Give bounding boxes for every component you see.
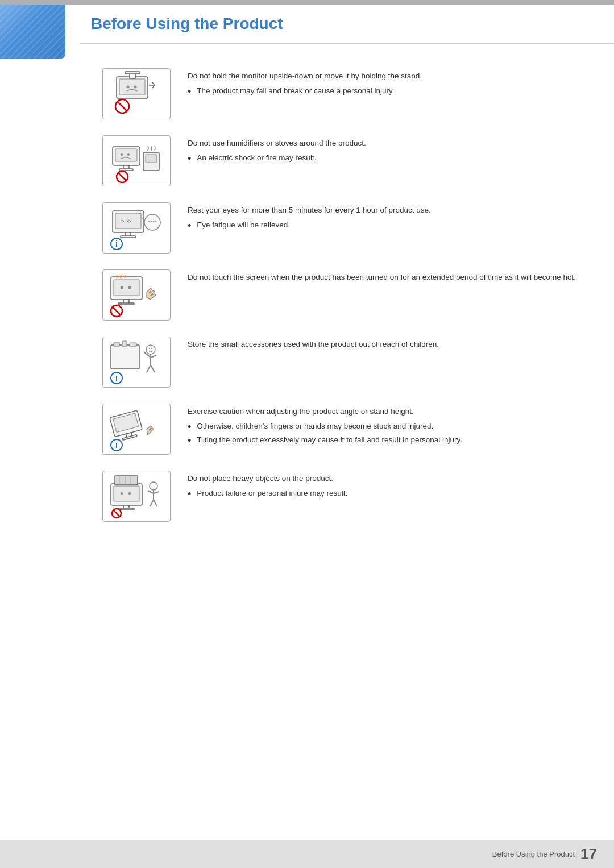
svg-rect-21: [121, 236, 136, 238]
bullet-upside-down-1: • The product may fall and break or caus…: [188, 85, 586, 97]
svg-line-36: [113, 307, 121, 315]
icon-upside-down: [102, 68, 171, 119]
text-hot-screen: Do not touch the screen when the product…: [188, 269, 586, 286]
svg-rect-32: [118, 303, 134, 305]
icon-svg-eye-rest: [108, 205, 165, 251]
safety-item-hot-screen: Do not touch the screen when the product…: [102, 269, 586, 321]
bullet-angle-1: • Otherwise, children's fingers or hands…: [188, 421, 586, 432]
svg-line-46: [151, 355, 156, 358]
bullet-text-angle-1: Otherwise, children's fingers or hands m…: [197, 421, 433, 432]
svg-line-48: [151, 365, 155, 372]
svg-point-69: [150, 482, 157, 490]
main-text-accessories: Store the small accessories used with th…: [188, 339, 586, 350]
safety-item-eye-rest: Rest your eyes for more than 5 minutes f…: [102, 202, 586, 254]
icon-svg-accessories: [108, 339, 165, 385]
bullet-dot: •: [188, 422, 191, 432]
icon-angle: [102, 404, 171, 455]
svg-rect-62: [118, 508, 134, 510]
svg-point-33: [121, 286, 123, 289]
svg-line-47: [147, 365, 151, 372]
svg-rect-30: [114, 280, 139, 296]
svg-point-13: [127, 153, 130, 156]
safety-item-upside-down: Do not hold the monitor upside-down or m…: [102, 68, 586, 119]
svg-rect-1: [119, 79, 145, 95]
icon-svg-hot-screen: [108, 272, 165, 318]
bullet-text-heavy-1: Product failure or personal injure may r…: [197, 488, 347, 499]
svg-rect-40: [130, 343, 136, 347]
svg-rect-38: [114, 342, 119, 347]
footer-text: Before Using the Product: [492, 850, 575, 858]
bullet-humidifier-1: • An electric shock or fire may result.: [188, 152, 586, 164]
icon-accessories: [102, 337, 171, 388]
text-accessories: Store the small accessories used with th…: [188, 337, 586, 354]
bullet-eye-rest-1: • Eye fatigue will be relieved.: [188, 219, 586, 231]
svg-point-42: [149, 348, 150, 349]
svg-line-17: [118, 173, 126, 181]
svg-point-34: [128, 286, 131, 289]
bullet-text-angle-2: Tilting the product excessively may caus…: [197, 434, 462, 446]
icon-svg-upside-down: [108, 71, 165, 117]
bullet-angle-2: • Tilting the product excessively may ca…: [188, 434, 586, 446]
svg-line-72: [154, 492, 159, 493]
svg-point-43: [151, 348, 152, 349]
bullet-dot: •: [188, 86, 191, 97]
svg-line-74: [154, 500, 157, 506]
svg-line-71: [148, 491, 154, 493]
svg-rect-3: [125, 72, 140, 74]
page-title: Before Using the Product: [91, 15, 283, 33]
page-title-area: Before Using the Product: [80, 5, 614, 44]
svg-rect-37: [111, 345, 139, 369]
safety-item-humidifier: Do not use humidifiers or stoves around …: [102, 135, 586, 186]
svg-line-76: [113, 510, 119, 516]
svg-line-73: [150, 500, 154, 506]
safety-item-accessories: Store the small accessories used with th…: [102, 337, 586, 388]
svg-rect-9: [115, 149, 137, 161]
svg-point-25: [144, 214, 160, 230]
main-text-hot-screen: Do not touch the screen when the product…: [188, 272, 586, 283]
footer-page-number: 17: [580, 845, 597, 863]
svg-rect-15: [146, 155, 157, 163]
text-humidifier: Do not use humidifiers or stoves around …: [188, 135, 586, 166]
top-stripe: [0, 0, 614, 5]
main-text-humidifier: Do not use humidifiers or stoves around …: [188, 138, 586, 149]
svg-rect-60: [114, 486, 139, 501]
bullet-heavy-1: • Product failure or personal injure may…: [188, 488, 586, 499]
icon-eye-rest: [102, 202, 171, 254]
left-accent: [0, 0, 80, 63]
svg-point-64: [128, 492, 131, 495]
svg-point-5: [134, 86, 137, 89]
main-text-upside-down: Do not hold the monitor upside-down or m…: [188, 70, 586, 82]
bullet-dot: •: [188, 489, 191, 499]
svg-rect-11: [119, 169, 133, 171]
text-angle: Exercise caution when adjusting the prod…: [188, 404, 586, 447]
bullet-dot: •: [188, 153, 191, 164]
svg-point-4: [127, 86, 130, 89]
left-accent-inner: [0, 5, 65, 59]
text-eye-rest: Rest your eyes for more than 5 minutes f…: [188, 202, 586, 233]
svg-line-7: [118, 102, 127, 111]
bullet-dot: •: [188, 221, 191, 231]
bullet-text-upside-down-1: The product may fall and break or cause …: [197, 85, 394, 97]
bullet-text-eye-rest-1: Eye fatigue will be relieved.: [197, 219, 290, 231]
icon-hot-screen: [102, 269, 171, 321]
svg-rect-39: [122, 341, 127, 347]
text-heavy: Do not place heavy objects on the produc…: [188, 471, 586, 501]
icon-svg-angle: [108, 406, 165, 452]
svg-point-63: [121, 492, 123, 495]
icon-svg-humidifier: [108, 138, 165, 184]
safety-item-heavy: Do not place heavy objects on the produc…: [102, 471, 586, 522]
content: Do not hold the monitor upside-down or m…: [80, 57, 597, 834]
text-upside-down: Do not hold the monitor upside-down or m…: [188, 68, 586, 99]
icon-svg-heavy: [108, 474, 165, 519]
icon-humidifier: [102, 135, 171, 186]
bullet-dot: •: [188, 435, 191, 446]
bullet-text-humidifier-1: An electric shock or fire may result.: [197, 152, 316, 164]
svg-rect-65: [115, 476, 138, 485]
main-text-heavy: Do not place heavy objects on the produc…: [188, 473, 586, 484]
footer: Before Using the Product 17: [0, 840, 614, 868]
safety-item-angle: Exercise caution when adjusting the prod…: [102, 404, 586, 455]
svg-point-41: [146, 345, 155, 354]
main-text-angle: Exercise caution when adjusting the prod…: [188, 406, 586, 417]
icon-heavy: [102, 471, 171, 522]
main-text-eye-rest: Rest your eyes for more than 5 minutes f…: [188, 205, 586, 216]
